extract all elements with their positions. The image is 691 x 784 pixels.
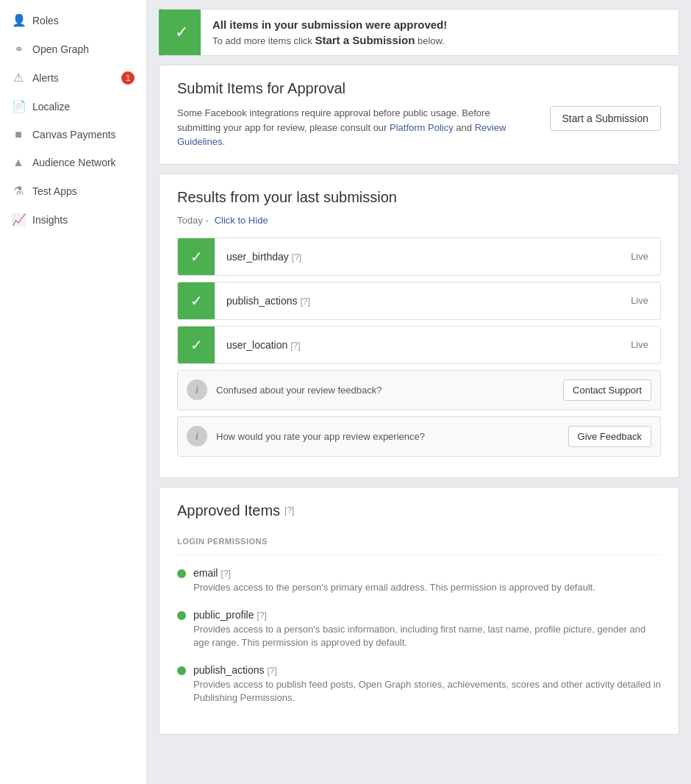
results-header: Today - Click to Hide [177,215,661,226]
permission-publish-actions: publish_actions[?] Provides access to pu… [177,664,661,705]
green-dot-public-profile [177,611,186,620]
banner-description: To add more items click Start a Submissi… [212,34,447,46]
result-name-user-birthday: user_birthday[?] [215,251,619,263]
approved-card: Approved Items [?] LOGIN PERMISSIONS ema… [159,487,679,735]
submit-description: Some Facebook integrations require appro… [177,106,535,149]
sidebar: 👤 Roles ⚭ Open Graph ⚠ Alerts 1 📄 Locali… [0,0,147,784]
contact-support-button[interactable]: Contact Support [563,379,651,401]
sidebar-item-label: Insights [32,214,68,226]
sidebar-item-audience-network[interactable]: ▲ Audience Network [0,149,146,177]
sidebar-item-roles[interactable]: 👤 Roles [0,6,146,35]
green-dot-publish-actions [177,666,186,675]
flask-icon: ⚗ [12,184,25,198]
result-status-user-location: Live [619,339,660,350]
permission-email-desc: Provides access to the person's primary … [193,581,595,594]
submit-title: Submit Items for Approval [177,80,661,97]
bell-icon: ⚠ [12,71,25,85]
results-card: Results from your last submission Today … [159,174,679,478]
card-icon: ■ [12,128,25,141]
permission-email-details: email[?] Provides access to the person's… [193,567,595,594]
permission-publish-actions-name: publish_actions[?] [193,664,661,676]
permission-publish-actions-details: publish_actions[?] Provides access to pu… [193,664,661,705]
sidebar-item-label: Roles [32,15,59,26]
approval-banner: All items in your submission were approv… [159,9,679,56]
permission-public-profile-desc: Provides access to a person's basic info… [193,623,661,649]
banner-check-icon [162,10,201,55]
login-permissions-label: LOGIN PERMISSIONS [177,531,661,555]
main-content: All items in your submission were approv… [147,0,691,784]
give-feedback-row: i How would you rate your app review exp… [177,416,661,457]
submit-card: Submit Items for Approval Some Facebook … [159,65,679,165]
result-check-icon [178,238,215,275]
result-name-publish-actions: publish_actions[?] [215,295,619,307]
hide-link[interactable]: Click to Hide [215,215,268,226]
platform-policy-link[interactable]: Platform Policy [390,122,454,133]
banner-text: All items in your submission were approv… [201,10,459,55]
sidebar-item-localize[interactable]: 📄 Localize [0,92,146,121]
result-check-icon [178,282,215,319]
graph-icon: ⚭ [12,42,25,56]
results-date: Today - [177,215,209,226]
chart-icon: 📈 [12,213,25,227]
submit-section: Some Facebook integrations require appro… [177,106,661,149]
sidebar-item-label: Localize [32,101,70,113]
give-feedback-button[interactable]: Give Feedback [568,426,651,447]
permission-email-name: email[?] [193,567,595,579]
result-status-publish-actions: Live [619,295,660,306]
banner-title: All items in your submission were approv… [212,18,447,31]
result-row-user-location: user_location[?] Live [177,326,661,364]
permission-public-profile-name: public_profile[?] [193,609,661,621]
sidebar-item-label: Test Apps [32,185,77,197]
sidebar-item-canvas-payments[interactable]: ■ Canvas Payments [0,121,146,149]
permission-publish-actions-desc: Provides access to publish feed posts, O… [193,678,661,705]
sidebar-item-insights[interactable]: 📈 Insights [0,205,146,234]
permission-email: email[?] Provides access to the person's… [177,567,661,594]
feedback-text: How would you rate your app review exper… [216,431,559,442]
book-icon: 📄 [12,99,25,113]
alerts-badge: 1 [121,71,135,85]
contact-support-row: i Confused about your review feedback? C… [177,370,661,410]
sidebar-item-test-apps[interactable]: ⚗ Test Apps [0,177,146,205]
start-submission-button[interactable]: Start a Submission [550,106,662,131]
result-status-user-birthday: Live [619,251,660,262]
results-title: Results from your last submission [177,189,661,206]
result-check-icon [178,327,215,363]
sidebar-item-open-graph[interactable]: ⚭ Open Graph [0,35,146,63]
sidebar-item-label: Canvas Payments [32,129,116,140]
result-name-user-location: user_location[?] [215,339,619,351]
network-icon: ▲ [12,156,25,169]
permission-public-profile: public_profile[?] Provides access to a p… [177,609,661,649]
sidebar-item-alerts[interactable]: ⚠ Alerts 1 [0,63,146,92]
person-icon: 👤 [12,13,25,27]
result-row-publish-actions: publish_actions[?] Live [177,282,661,320]
green-dot-email [177,569,186,578]
info-icon-support: i [187,379,207,400]
sidebar-item-label: Audience Network [32,157,116,168]
approved-title: Approved Items [?] [177,502,661,519]
sidebar-item-label: Open Graph [32,43,89,55]
sidebar-item-label: Alerts [32,72,59,84]
permission-public-profile-details: public_profile[?] Provides access to a p… [193,609,661,649]
info-icon-feedback: i [187,426,207,446]
result-row-user-birthday: user_birthday[?] Live [177,238,661,276]
confused-text: Confused about your review feedback? [216,385,554,396]
